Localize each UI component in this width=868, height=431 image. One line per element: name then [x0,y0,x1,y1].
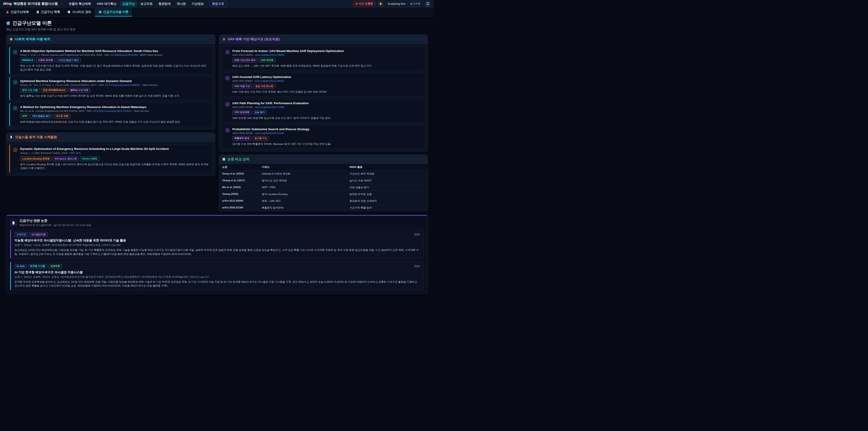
paper-tags: Location-Routing 최적화하이브리드 휴리스틱Pareto 다목적 [20,156,209,161]
paper-ref-link[interactable]: Zhang et al. (2017) [219,177,258,184]
paper-ref-link[interactable]: arXiv:2512.09260 [219,198,258,204]
nav-item-hns-air-diffusion[interactable]: HNS·대기확산 [94,1,119,7]
paper-year: 2024 [414,265,420,268]
paper-link[interactable]: arxiv.org/abs/2512.09260 [255,54,284,56]
incident-status-badge: 사고 진행중 [353,1,376,7]
tab-rescue-list[interactable]: 긴급구난 목록 [33,8,64,17]
paper-tag: 한국형 시스템 [28,264,47,269]
paper-tag: 의사결정지원 [29,232,48,237]
paper-description: 해상 조난 예측 → UAV 사전 배치 최적화. 예측-행동 연계 프레임워크… [232,64,422,68]
paper-tag: 구조선·항공기 배치 [56,58,81,63]
paper-title: UAV Path Planning for SAR: Performance E… [232,101,422,105]
column-header-keywords: 키워드 [258,164,346,171]
paper-tag: 표류예측 [49,264,62,269]
paper-authors: 김충기, 정해상, 이성숙, 윤종휘 | 한국해양환경·에너지학회 학술대회논문… [14,243,420,247]
paper-tags: 동적 수요 모델강건 최적화(Robust)불확실 수요 대응 [20,88,209,93]
section-multi-objective: 다목적 최적화 자원 배치 1A Multi-Objective Optimiz… [6,35,215,129]
paper-meta-text: arXiv:2512.09260 · [232,54,255,56]
column-header-wing: WING 활용 [346,164,428,171]
table-row: Zhang et al. (2017)동적수요·강건 최적화실시간 자원 재배치 [219,177,428,184]
paper-link[interactable]: 10.1371/journal.pone.0189411 [105,84,140,86]
section-header: UAV·예측 기반 해상구조 (보조자료) [219,35,428,44]
paper-card: 1A Multi-Objective Optimization Method f… [9,47,212,74]
paper-ref-link[interactable]: Dong et al. (2024) [219,171,258,177]
nav-item-reports[interactable]: 보고자료 [138,1,155,7]
logout-button[interactable]: 로그아웃 [408,1,423,6]
paper-link[interactable]: arxiv.org/abs/2402.01494 [255,106,284,109]
paper-meta: Ma, Q. et al. | Ocean Engineering Vol.28… [20,110,209,112]
paper-ref-link[interactable]: arXiv:2505.02186 [219,205,258,211]
paper-tag: 불확실 수요 대응 [68,88,90,93]
paper-description: 한국형 부유체 표류특성을 분석하고, 초고해상도 3차원 연안 해양예측 모델… [14,280,420,288]
paper-card: 2Optimized Maritime Emergency Resource A… [9,76,212,100]
paper-link[interactable]: 10.3390/jmse12010184 [111,54,138,56]
helicopter-icon [222,37,225,41]
paper-number-badge: 3 [225,102,230,107]
nav-item-emergency-rescue[interactable]: 긴급구난 [120,1,137,7]
keywords-cell: 동적 Location-Routing [258,191,346,197]
paper-meta-text: 12(12):e0189411, 2017 · DOI: [69,84,105,86]
logo-mark: Wing [3,2,12,5]
siren-icon [6,10,9,13]
paper-number: 4 [226,129,229,132]
nav-item-board[interactable]: 게시판 [174,1,188,7]
paper-ref-link[interactable]: Ma et al. (2023) [219,184,258,191]
nav-item-weather[interactable]: 기상정보 [189,1,206,7]
page-heading: 긴급구난모델 이론 해상 긴급구난 자원 배치·최적화 이론 및 참고 연구 문… [0,17,434,32]
paper-tag: SAR 최적화 [258,58,276,63]
keywords-cell: AHP + DEA [258,184,346,191]
paper-list: 1Dynamic Optimization of Emergency Resou… [6,142,215,176]
paper-link[interactable]: PDF 공개 [70,152,81,154]
nav-item-aerial-search[interactable]: 항공탐색 [156,1,173,7]
paper-meta-text: Vol.12(1):184, 2024 · DOI: [79,54,111,56]
notifications-button[interactable] [378,1,383,7]
paper-card: 1Dynamic Optimization of Emergency Resou… [9,145,212,173]
header-right: 사고 진행중 Eunjeong Kim 로그아웃 [353,1,431,7]
section-related-papers: 긴급구난 관련 논문 해양수색구조 의사결정지원 · 실시간 데이터·AI 기반… [6,215,428,294]
paper-number-badge: 1 [13,50,18,55]
tab-rescue-prediction[interactable]: 긴급구난예측 [2,8,33,17]
wing-usage-cell: 자원 효율성 평가 [346,184,428,191]
page-title: 긴급구난모델 이론 [6,20,428,26]
wing-usage-cell: 구조구역 확률 탐색 [346,205,428,211]
related-paper-list: 수색구조의사결정지원2025지능형 해양수색구조 의사결정지원시스템: 신속한 … [10,229,424,290]
wing-usage-cell: 실시간 자원 재배치 [346,177,428,184]
nav-item-integrated-search[interactable]: 통합조회 [209,1,227,7]
paper-tag: UAV 경로계획 [232,110,251,115]
paper-description: 동적·불확실 수요 반영 긴급구난 자원 배치 다목적 최적화 및 강건 최적화… [20,94,209,98]
paper-card-body: From Forecast to Action: UAV-Based Marit… [232,49,422,68]
main-content: 다목적 최적화 자원 배치 1A Multi-Objective Optimiz… [0,32,434,211]
table-row: Zhang (2020)동적 Location-Routing방제정 라우팅 모… [219,191,428,197]
tab-label: 긴급구난 목록 [41,10,60,14]
app-logo[interactable]: Wing 해양환경 위기대응 통합시스템 [3,2,58,6]
paper-number: 3 [226,102,229,106]
paper-card-body: A Multi-Objective Optimization Method fo… [20,49,209,72]
tab-label: 시나리오 관리 [72,10,91,14]
paper-tag: 하이브리드 휴리스틱 [53,156,79,161]
user-name: Eunjeong Kim [388,2,405,5]
paper-description: 잠수함 구조 전략 확률론적 최적화. Bayesian 탐색 이론 기반 구조… [232,142,422,146]
paper-number-badge: 1 [13,147,18,153]
paper-meta-text: · Open Access [140,84,158,86]
paper-ref-link[interactable]: Zhang (2020) [219,191,258,197]
tab-rescue-model-theory[interactable]: 긴급구난모델 이론 [95,8,132,17]
bar-chart-icon [222,157,225,161]
paper-tag: AHP [20,114,29,119]
paper-meta: arXiv:2511.00844 · arxiv.org/abs/2511.00… [232,80,422,82]
paper-description: UAV 지원 해상 구조 처리·지연 최적화. 통신·처리 지연 모델링 및 U… [232,90,422,94]
hamburger-menu-button[interactable] [425,1,431,7]
paper-list: 1A Multi-Objective Optimization Method f… [6,44,215,129]
nav-item-oil-spill-prediction[interactable]: 유출유 확산예측 [66,1,93,7]
paper-link[interactable]: arxiv.org/abs/2511.00844 [255,80,284,82]
paper-card: 3UAV Path Planning for SAR: Performance … [222,99,425,123]
top-header: Wing 해양환경 위기대응 통합시스템 유출유 확산예측HNS·대기확산긴급구… [0,0,434,8]
paper-tags: DNSGA-II다목적 최적화구조선·항공기 배치 [20,58,209,63]
paper-tag: 다목적 최적화 [36,58,55,63]
paper-link[interactable]: 10.1016/j.oceaneng.2023.116224 [93,110,131,112]
paper-title: Probabilistic Submarine Search and Rescu… [232,127,422,131]
table-row: arXiv:2512.09260예측→UAV 배치항공탐색 연동 선제배치 [219,197,428,204]
paper-link[interactable]: arxiv.org/abs/2505.02186 [255,132,284,134]
paper-card-body: Dynamic Optimization of Emergency Resour… [20,147,209,171]
paper-tag: 수색구조 [14,232,28,237]
tab-scenario-management[interactable]: 시나리오 관리 [64,8,95,17]
